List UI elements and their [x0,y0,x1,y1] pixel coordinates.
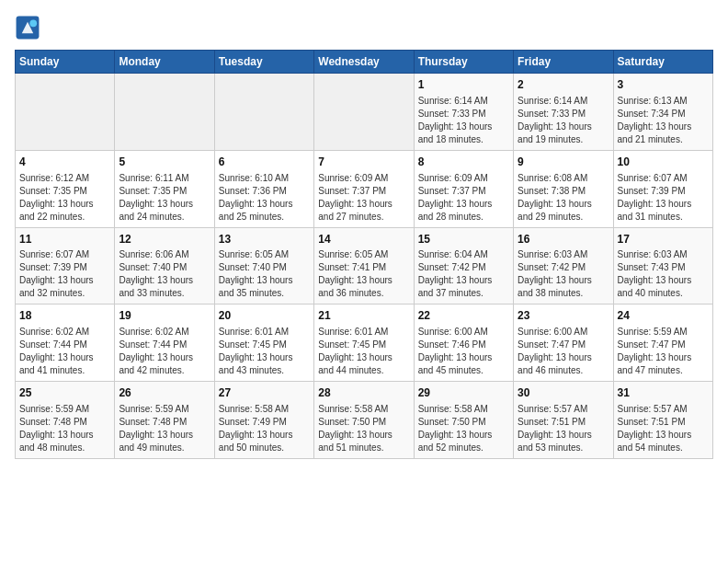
day-number: 18 [19,308,110,324]
header-wednesday: Wednesday [314,51,414,74]
svg-point-2 [29,19,37,27]
calendar-cell: 14Sunrise: 6:05 AMSunset: 7:41 PMDayligh… [314,227,414,304]
calendar-cell: 23Sunrise: 6:00 AMSunset: 7:47 PMDayligh… [514,304,613,382]
calendar-cell: 25Sunrise: 5:59 AMSunset: 7:48 PMDayligh… [16,382,115,459]
calendar-cell: 27Sunrise: 5:58 AMSunset: 7:49 PMDayligh… [214,382,313,459]
day-number: 4 [19,155,110,170]
day-info: Sunrise: 6:13 AMSunset: 7:34 PMDaylight:… [618,95,709,146]
calendar-cell: 30Sunrise: 5:57 AMSunset: 7:51 PMDayligh… [514,382,613,459]
calendar-cell: 28Sunrise: 5:58 AMSunset: 7:50 PMDayligh… [314,382,414,459]
day-number: 6 [219,155,310,170]
header-sunday: Sunday [16,51,115,74]
day-number: 14 [318,232,409,247]
day-number: 7 [318,155,409,170]
header-row: SundayMondayTuesdayWednesdayThursdayFrid… [16,51,713,74]
day-info: Sunrise: 6:03 AMSunset: 7:42 PMDaylight:… [518,248,609,300]
day-info: Sunrise: 5:59 AMSunset: 7:48 PMDaylight:… [119,403,210,454]
week-row-4: 18Sunrise: 6:02 AMSunset: 7:44 PMDayligh… [16,304,713,382]
calendar-cell: 1Sunrise: 6:14 AMSunset: 7:33 PMDaylight… [414,74,513,151]
day-number: 3 [618,77,709,93]
calendar-cell: 3Sunrise: 6:13 AMSunset: 7:34 PMDaylight… [613,74,712,151]
calendar-cell: 4Sunrise: 6:12 AMSunset: 7:35 PMDaylight… [16,150,115,227]
calendar-cell: 12Sunrise: 6:06 AMSunset: 7:40 PMDayligh… [115,227,214,304]
calendar-cell: 7Sunrise: 6:09 AMSunset: 7:37 PMDaylight… [314,150,414,227]
day-number: 21 [318,308,409,324]
day-info: Sunrise: 6:02 AMSunset: 7:44 PMDaylight:… [119,326,210,377]
day-number: 15 [418,232,509,247]
day-info: Sunrise: 6:01 AMSunset: 7:45 PMDaylight:… [318,326,409,377]
day-number: 24 [618,308,709,324]
day-number: 13 [219,232,310,247]
calendar-table: SundayMondayTuesdayWednesdayThursdayFrid… [15,50,713,459]
day-info: Sunrise: 5:57 AMSunset: 7:51 PMDaylight:… [518,403,609,454]
day-info: Sunrise: 5:59 AMSunset: 7:47 PMDaylight:… [618,326,709,377]
day-number: 5 [119,155,210,170]
day-number: 25 [19,385,110,401]
day-info: Sunrise: 6:10 AMSunset: 7:36 PMDaylight:… [219,172,310,224]
week-row-2: 4Sunrise: 6:12 AMSunset: 7:35 PMDaylight… [16,150,713,227]
day-number: 28 [318,385,409,401]
day-info: Sunrise: 5:59 AMSunset: 7:48 PMDaylight:… [19,403,110,454]
day-info: Sunrise: 5:58 AMSunset: 7:49 PMDaylight:… [219,403,310,454]
calendar-cell: 26Sunrise: 5:59 AMSunset: 7:48 PMDayligh… [115,382,214,459]
day-info: Sunrise: 5:57 AMSunset: 7:51 PMDaylight:… [618,403,709,454]
calendar-cell: 16Sunrise: 6:03 AMSunset: 7:42 PMDayligh… [514,227,613,304]
week-row-1: 1Sunrise: 6:14 AMSunset: 7:33 PMDaylight… [16,74,713,151]
week-row-5: 25Sunrise: 5:59 AMSunset: 7:48 PMDayligh… [16,382,713,459]
day-number: 23 [518,308,609,324]
calendar-cell [214,74,313,151]
header-tuesday: Tuesday [214,51,313,74]
day-info: Sunrise: 6:14 AMSunset: 7:33 PMDaylight:… [518,95,609,146]
page-header [15,15,713,40]
day-info: Sunrise: 6:00 AMSunset: 7:47 PMDaylight:… [518,326,609,377]
day-info: Sunrise: 5:58 AMSunset: 7:50 PMDaylight:… [418,403,509,454]
calendar-cell: 29Sunrise: 5:58 AMSunset: 7:50 PMDayligh… [414,382,513,459]
day-number: 9 [518,155,609,170]
header-friday: Friday [514,51,613,74]
day-info: Sunrise: 6:00 AMSunset: 7:46 PMDaylight:… [418,326,509,377]
calendar-cell: 22Sunrise: 6:00 AMSunset: 7:46 PMDayligh… [414,304,513,382]
calendar-cell: 2Sunrise: 6:14 AMSunset: 7:33 PMDaylight… [514,74,613,151]
day-info: Sunrise: 6:11 AMSunset: 7:35 PMDaylight:… [119,172,210,224]
calendar-cell [115,74,214,151]
day-number: 22 [418,308,509,324]
header-monday: Monday [115,51,214,74]
day-info: Sunrise: 6:05 AMSunset: 7:41 PMDaylight:… [318,248,409,300]
week-row-3: 11Sunrise: 6:07 AMSunset: 7:39 PMDayligh… [16,227,713,304]
day-number: 26 [119,385,210,401]
day-info: Sunrise: 6:12 AMSunset: 7:35 PMDaylight:… [19,172,110,224]
day-info: Sunrise: 6:05 AMSunset: 7:40 PMDaylight:… [219,248,310,300]
day-info: Sunrise: 6:07 AMSunset: 7:39 PMDaylight:… [618,172,709,224]
calendar-cell: 10Sunrise: 6:07 AMSunset: 7:39 PMDayligh… [613,150,712,227]
day-info: Sunrise: 6:04 AMSunset: 7:42 PMDaylight:… [418,248,509,300]
calendar-cell [314,74,414,151]
logo-icon [15,15,40,40]
calendar-cell: 31Sunrise: 5:57 AMSunset: 7:51 PMDayligh… [613,382,712,459]
calendar-cell: 18Sunrise: 6:02 AMSunset: 7:44 PMDayligh… [16,304,115,382]
calendar-cell: 19Sunrise: 6:02 AMSunset: 7:44 PMDayligh… [115,304,214,382]
day-number: 29 [418,385,509,401]
calendar-cell [16,74,115,151]
day-number: 19 [119,308,210,324]
calendar-cell: 21Sunrise: 6:01 AMSunset: 7:45 PMDayligh… [314,304,414,382]
day-number: 2 [518,77,609,93]
day-number: 20 [219,308,310,324]
calendar-cell: 17Sunrise: 6:03 AMSunset: 7:43 PMDayligh… [613,227,712,304]
day-info: Sunrise: 6:08 AMSunset: 7:38 PMDaylight:… [518,172,609,224]
day-number: 1 [418,77,509,93]
calendar-cell: 9Sunrise: 6:08 AMSunset: 7:38 PMDaylight… [514,150,613,227]
day-info: Sunrise: 6:09 AMSunset: 7:37 PMDaylight:… [318,172,409,224]
day-number: 16 [518,232,609,247]
calendar-cell: 15Sunrise: 6:04 AMSunset: 7:42 PMDayligh… [414,227,513,304]
day-number: 12 [119,232,210,247]
day-number: 17 [618,232,709,247]
logo [15,15,44,40]
calendar-cell: 11Sunrise: 6:07 AMSunset: 7:39 PMDayligh… [16,227,115,304]
day-info: Sunrise: 6:14 AMSunset: 7:33 PMDaylight:… [418,95,509,146]
header-thursday: Thursday [414,51,513,74]
day-number: 11 [19,232,110,247]
day-number: 8 [418,155,509,170]
calendar-cell: 8Sunrise: 6:09 AMSunset: 7:37 PMDaylight… [414,150,513,227]
day-info: Sunrise: 6:03 AMSunset: 7:43 PMDaylight:… [618,248,709,300]
day-info: Sunrise: 6:02 AMSunset: 7:44 PMDaylight:… [19,326,110,377]
